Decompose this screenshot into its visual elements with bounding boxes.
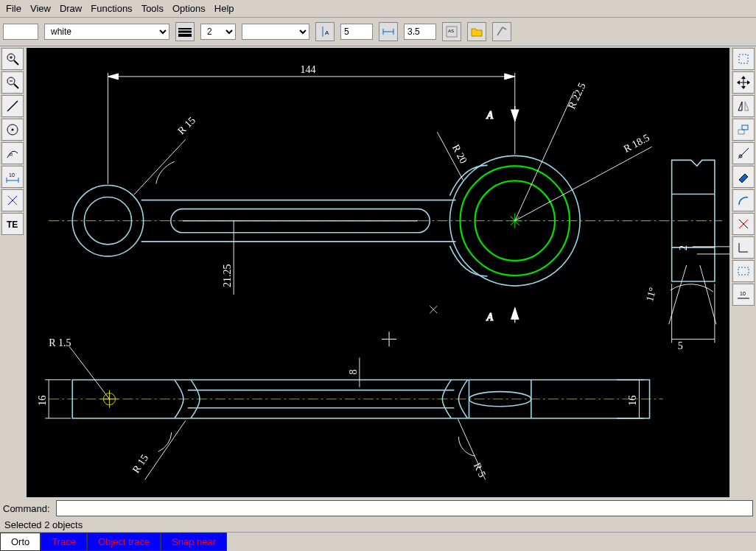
svg-text:TE: TE [7,220,18,230]
dim-5: 5 [678,340,683,351]
mode-object-trace[interactable]: Object trace [87,533,161,551]
corner-icon[interactable] [732,236,755,259]
dim-r15b: R 15 [130,452,150,475]
svg-text:R: R [10,152,13,157]
dim-r1p5: R 1.5 [49,337,71,348]
svg-line-15 [14,84,18,88]
svg-rect-92 [738,130,744,134]
dim-r5: R 5 [472,460,489,479]
text-height-input[interactable] [404,24,436,40]
toolbar-right: 10 [731,46,756,499]
measure-icon[interactable]: 10 [732,284,755,306]
color-swatch[interactable] [3,24,38,40]
menu-draw[interactable]: Draw [60,3,82,14]
dim-8: 8 [347,370,359,375]
command-label: Command: [3,503,50,514]
dim-11: 11° [643,286,659,303]
mode-snap-near[interactable]: Snap near [161,533,227,551]
script-icon[interactable] [492,22,511,41]
circle-icon[interactable] [1,119,24,141]
dim-16b: 16 [626,396,638,406]
mode-row: Orto Trace Object trace Snap near [0,532,756,551]
svg-line-45 [700,265,716,324]
color-select[interactable]: white [44,24,169,40]
canvas-wrap: A A [25,46,731,499]
open-folder-icon[interactable] [467,22,486,41]
dim-r15a: R 15 [175,114,197,136]
svg-rect-93 [742,125,748,130]
mode-orto[interactable]: Orto [0,533,41,551]
dim-height-input[interactable] [340,24,373,40]
arc-tool-icon[interactable] [732,189,755,211]
zoom-out-icon[interactable] [1,71,24,94]
svg-line-51 [134,139,186,194]
snap-icon[interactable] [1,189,24,211]
svg-marker-91 [747,80,750,85]
menu-functions[interactable]: Functions [91,3,132,14]
svg-line-75 [69,346,109,399]
save-icon[interactable]: AS [442,22,461,41]
dim-2: 2 [677,245,689,250]
dim-144: 144 [301,63,316,75]
line-icon[interactable] [1,95,24,117]
mirror-icon[interactable] [732,95,755,117]
section-a-top: A [486,109,494,121]
dim-16a: 16 [36,396,48,406]
menu-options[interactable]: Options [172,3,206,14]
menubar: File View Draw Functions Tools Options H… [0,0,756,18]
menu-view[interactable]: View [30,3,51,14]
zoom-in-icon[interactable] [1,48,24,70]
dim-vertical-icon[interactable]: A [315,22,335,41]
menu-help[interactable]: Help [214,3,234,14]
main-row: R 10 TE [0,46,756,499]
text-icon[interactable]: TE [1,213,24,235]
line-style-icon[interactable] [175,22,195,41]
svg-marker-49 [108,74,118,80]
section-a-bottom: A [486,311,494,323]
svg-line-94 [738,148,749,158]
snip-icon[interactable] [732,142,755,164]
paint-icon[interactable] [732,166,755,188]
toolbar-left: R 10 TE [0,46,25,499]
svg-line-11 [14,60,18,65]
dim-r18: R 18.5 [621,131,651,155]
svg-rect-98 [738,267,749,275]
dimension-icon[interactable]: 10 [1,166,24,188]
svg-text:10: 10 [9,172,15,178]
dim-horizontal-icon[interactable] [379,22,398,41]
rect-icon[interactable] [732,260,755,282]
svg-text:A: A [325,29,329,36]
svg-marker-43 [511,308,519,319]
svg-marker-50 [505,74,515,80]
svg-line-17 [7,101,18,111]
svg-line-54 [515,147,652,220]
dim-r22: R 22.5 [565,81,587,111]
arc-icon[interactable]: R [1,142,24,164]
drawing-canvas[interactable]: A A [27,48,729,497]
dim-21: 21.25 [221,264,233,287]
svg-marker-89 [741,86,746,89]
menu-file[interactable]: File [6,3,21,14]
top-toolbar: white 2 A AS [0,18,756,46]
cad-drawing: A A [27,48,729,497]
command-row: Command: [0,499,756,518]
svg-line-83 [145,421,186,480]
line-width-select[interactable]: 2 [200,24,236,40]
command-input[interactable] [56,500,753,516]
menu-tools[interactable]: Tools [141,3,164,14]
mode-trace[interactable]: Trace [41,533,87,551]
svg-text:AS: AS [448,29,454,33]
svg-marker-90 [737,80,740,85]
select-icon[interactable] [732,48,755,70]
status-selection: Selected 2 objects [0,518,756,532]
svg-marker-88 [741,76,746,79]
svg-rect-85 [739,55,748,63]
move-icon[interactable] [732,71,755,94]
rotate-icon[interactable] [732,119,755,141]
trim-icon[interactable] [732,213,755,235]
line-type-select[interactable] [242,24,309,40]
svg-point-19 [12,129,14,131]
svg-text:10: 10 [740,291,746,296]
